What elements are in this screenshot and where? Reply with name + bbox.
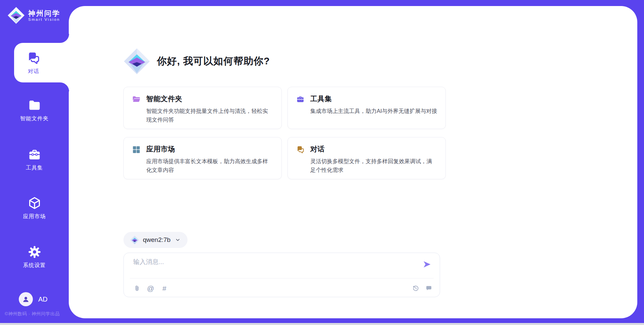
hash-icon: #	[162, 285, 166, 292]
history-icon	[412, 285, 419, 292]
grid-icon	[132, 145, 141, 154]
history-button[interactable]	[412, 284, 419, 292]
at-icon: @	[147, 285, 154, 292]
feature-card-chat[interactable]: 对话 灵活切换多模型文件，支持多样回复效果调试，满足个性化需求	[287, 137, 446, 179]
composer-toolbar: @ #	[133, 284, 168, 292]
sidebar-item-settings[interactable]: 系统设置	[0, 245, 69, 269]
send-button[interactable]	[422, 260, 432, 270]
card-title: 智能文件夹	[146, 94, 273, 104]
feature-cards: 智能文件夹 智能文件夹功能支持批量文件上传与清洗，轻松实现文件问答 工具集 集成…	[123, 87, 446, 179]
hashtag-button[interactable]: #	[161, 284, 168, 292]
sidebar-item-app-market[interactable]: 应用市场	[0, 196, 69, 220]
card-description: 集成市场上主流工具，助力AI与外界无缝扩展与对接	[310, 107, 437, 116]
sidebar-item-label: 工具集	[26, 165, 43, 172]
feature-card-toolset[interactable]: 工具集 集成市场上主流工具，助力AI与外界无缝扩展与对接	[287, 87, 446, 129]
composer-divider	[130, 278, 434, 278]
model-name: qwen2:7b	[143, 236, 170, 244]
sidebar: 神州问学 Smart Vision 对话 智能文件夹	[0, 0, 69, 325]
feature-card-smart-folder[interactable]: 智能文件夹 智能文件夹功能支持批量文件上传与清洗，轻松实现文件问答	[123, 87, 282, 129]
brand-diamond-logo-icon	[7, 7, 25, 24]
mention-button[interactable]: @	[147, 284, 154, 292]
folder-icon	[28, 98, 42, 112]
message-composer: @ #	[123, 253, 440, 297]
cube-icon	[28, 196, 42, 210]
user-chip[interactable]: AD	[19, 292, 48, 306]
sidebar-item-label: 系统设置	[23, 262, 46, 269]
composer-right-toolbar	[412, 284, 432, 292]
sidebar-item-label: 对话	[28, 68, 39, 75]
card-description: 灵活切换多模型文件，支持多样回复效果调试，满足个性化需求	[310, 157, 437, 174]
sidebar-item-toolset[interactable]: 工具集	[0, 147, 69, 172]
card-title: 应用市场	[146, 144, 273, 154]
card-description: 智能文件夹功能支持批量文件上传与清洗，轻松实现文件问答	[146, 107, 273, 124]
card-title: 工具集	[310, 94, 437, 104]
comment-icon	[425, 285, 432, 292]
paperclip-icon	[133, 285, 141, 292]
window-bottom-strip	[0, 323, 644, 325]
model-selector[interactable]: qwen2:7b	[123, 232, 187, 248]
folder-open-icon	[132, 95, 141, 104]
sidebar-item-label: 智能文件夹	[20, 115, 49, 122]
sidebar-item-smart-folder[interactable]: 智能文件夹	[0, 98, 69, 122]
person-icon	[21, 295, 30, 304]
model-diamond-logo-icon	[130, 236, 139, 245]
attach-button[interactable]	[133, 284, 141, 292]
sidebar-item-label: 应用市场	[23, 213, 46, 220]
sidebar-credit: ©神州数码 · 神州问学出品	[5, 311, 60, 317]
card-title: 对话	[310, 144, 437, 154]
app-screen: 神州问学 Smart Vision 对话 智能文件夹	[0, 0, 644, 325]
diamond-logo-icon	[123, 48, 150, 75]
chevron-down-icon	[175, 237, 181, 243]
send-icon	[422, 260, 432, 269]
brand: 神州问学 Smart Vision	[7, 7, 60, 24]
brand-name: 神州问学	[28, 9, 60, 17]
page-title: 你好, 我可以如何帮助你?	[157, 55, 270, 68]
active-tab-top-fillet	[60, 34, 69, 43]
quick-reply-button[interactable]	[425, 284, 432, 292]
chat-bubbles-icon	[296, 145, 305, 154]
user-name: AD	[38, 296, 48, 303]
feature-card-app-market[interactable]: 应用市场 应用市场提供丰富长文本模板，助力高效生成多样化文章内容	[123, 137, 282, 179]
avatar	[19, 292, 33, 306]
chat-icon	[26, 51, 41, 65]
active-tab-bottom-fillet	[60, 82, 69, 91]
gear-icon	[28, 245, 42, 259]
card-description: 应用市场提供丰富长文本模板，助力高效生成多样化文章内容	[146, 157, 273, 174]
toolbox-icon	[28, 147, 42, 161]
brand-tagline: Smart Vision	[28, 17, 60, 21]
message-input[interactable]	[133, 258, 415, 276]
sidebar-item-chat[interactable]: 对话	[14, 43, 69, 82]
briefcase-icon	[296, 95, 305, 104]
greeting: 你好, 我可以如何帮助你?	[123, 48, 270, 75]
